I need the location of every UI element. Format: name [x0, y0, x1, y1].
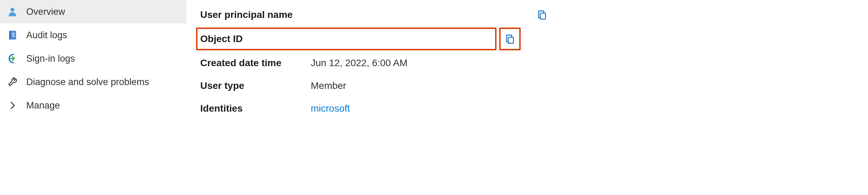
sidebar-item-label: Diagnose and solve problems	[26, 76, 149, 88]
svg-rect-7	[508, 37, 513, 43]
svg-rect-4	[12, 34, 15, 35]
copy-object-id-highlight-box	[499, 28, 521, 50]
field-label: Identities	[200, 103, 311, 114]
sidebar-item-diagnose[interactable]: Diagnose and solve problems	[0, 70, 186, 94]
copy-upn-button[interactable]	[535, 8, 549, 22]
sidebar-item-audit-logs[interactable]: Audit logs	[0, 23, 186, 47]
field-value: Member	[311, 80, 346, 91]
sign-in-icon	[6, 52, 19, 65]
copy-object-id-button[interactable]	[503, 32, 517, 46]
sidebar-item-overview[interactable]: Overview	[0, 0, 186, 23]
copy-icon	[537, 10, 547, 20]
field-row-user-type: User type Member	[200, 74, 868, 97]
wrench-icon	[6, 76, 19, 88]
svg-rect-5	[12, 36, 15, 37]
field-row-object-id-highlight: Object ID	[200, 28, 868, 50]
identities-link[interactable]: microsoft	[311, 103, 350, 114]
sidebar: Overview Audit logs Sign-in logs Diagnos…	[0, 0, 186, 195]
person-icon	[6, 6, 19, 18]
field-label: Created date time	[200, 58, 311, 69]
copy-icon	[505, 34, 515, 44]
field-row-upn: User principal name	[200, 3, 868, 26]
field-value-area: Member	[311, 80, 635, 91]
field-row-object-id: Object ID	[196, 28, 496, 50]
svg-point-0	[10, 8, 14, 11]
chevron-right-icon	[6, 99, 19, 112]
logbook-icon	[6, 29, 19, 41]
field-value-area	[311, 8, 635, 22]
sidebar-item-manage[interactable]: Manage	[0, 94, 186, 117]
svg-rect-6	[540, 13, 546, 19]
main-panel: User principal name Object ID Created da…	[186, 0, 868, 195]
svg-rect-2	[9, 31, 11, 39]
svg-rect-3	[12, 33, 15, 33]
sidebar-item-label: Sign-in logs	[26, 53, 75, 64]
field-value-area: Jun 12, 2022, 6:00 AM	[311, 58, 635, 69]
sidebar-item-label: Manage	[26, 100, 60, 111]
sidebar-item-label: Overview	[26, 6, 65, 17]
properties-list: User principal name Object ID Created da…	[200, 3, 868, 120]
field-row-created: Created date time Jun 12, 2022, 6:00 AM	[200, 52, 868, 74]
sidebar-item-sign-in-logs[interactable]: Sign-in logs	[0, 47, 186, 70]
field-label: Object ID	[200, 33, 308, 44]
field-label: User principal name	[200, 9, 311, 20]
sidebar-item-label: Audit logs	[26, 30, 67, 41]
field-value: Jun 12, 2022, 6:00 AM	[311, 58, 407, 69]
field-label: User type	[200, 80, 311, 91]
field-value-area: microsoft	[311, 103, 635, 114]
field-row-identities: Identities microsoft	[200, 97, 868, 120]
